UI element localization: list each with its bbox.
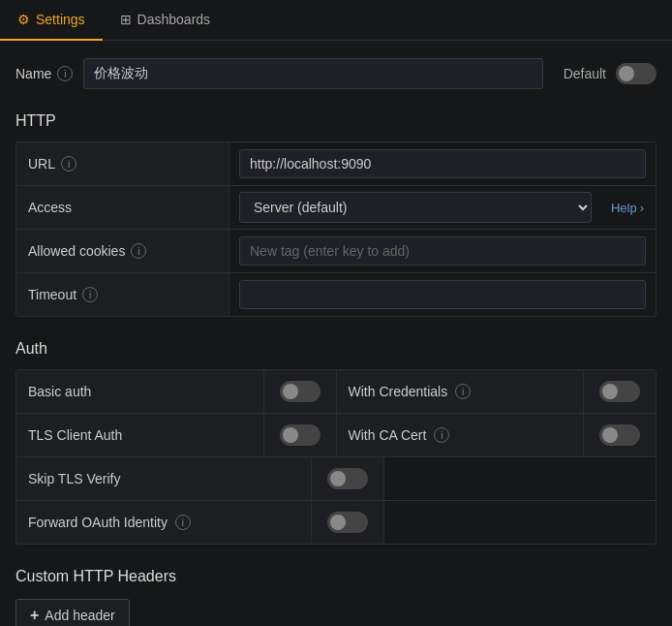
auth-grid: Basic auth With Credentials i	[15, 369, 657, 545]
tab-dashboards-label: Dashboards	[137, 12, 211, 27]
plus-icon: +	[30, 607, 39, 624]
name-info-icon[interactable]: i	[57, 66, 73, 81]
tls-client-auth-toggle-cell	[264, 414, 337, 456]
name-label-text: Name	[15, 66, 51, 81]
url-row: URL i	[16, 142, 656, 186]
tab-settings[interactable]: ⚙ Settings	[0, 0, 103, 41]
access-row: Access Server (default) Browser Help ›	[16, 186, 656, 230]
access-label: Access	[16, 186, 229, 229]
forward-oauth-info-icon[interactable]: i	[175, 515, 191, 530]
timeout-input[interactable]	[239, 280, 646, 309]
with-credentials-toggle-cell	[584, 370, 656, 413]
forward-oauth-toggle[interactable]	[327, 512, 368, 533]
skip-tls-label: Skip TLS Verify	[16, 457, 312, 500]
with-ca-cert-toggle[interactable]	[599, 424, 640, 446]
auth-row-4: Forward OAuth Identity i	[16, 501, 656, 544]
custom-headers-title: Custom HTTP Headers	[15, 568, 657, 585]
basic-auth-toggle-cell	[264, 370, 337, 413]
settings-icon: ⚙	[17, 12, 30, 27]
timeout-label: Timeout i	[16, 273, 229, 316]
tabs-bar: ⚙ Settings ⊞ Dashboards	[0, 0, 672, 41]
main-content: Name i Default HTTP URL i Access	[0, 41, 672, 626]
timeout-field	[229, 274, 656, 315]
help-chevron-icon: ›	[640, 201, 644, 215]
timeout-info-icon[interactable]: i	[82, 287, 98, 302]
tls-client-auth-label: TLS Client Auth	[16, 414, 264, 456]
name-label: Name i	[15, 66, 74, 81]
with-ca-cert-label: With CA Cert i	[337, 414, 585, 456]
auth-row-2: TLS Client Auth With CA Cert i	[16, 414, 656, 457]
access-select[interactable]: Server (default) Browser	[239, 192, 592, 223]
url-label: URL i	[16, 142, 229, 185]
default-toggle-thumb	[619, 66, 634, 81]
default-label: Default	[553, 66, 606, 81]
auth-row-1: Basic auth With Credentials i	[16, 370, 656, 414]
with-ca-cert-toggle-cell	[584, 414, 656, 456]
with-credentials-label: With Credentials i	[337, 370, 585, 413]
basic-auth-toggle[interactable]	[280, 381, 321, 402]
dashboards-icon: ⊞	[120, 12, 132, 27]
auth-section-title: Auth	[15, 340, 657, 358]
help-link[interactable]: Help ›	[599, 201, 656, 215]
skip-tls-toggle-cell	[312, 457, 384, 500]
url-field	[229, 143, 656, 184]
timeout-row: Timeout i	[16, 273, 656, 316]
url-info-icon[interactable]: i	[61, 156, 76, 172]
http-section-title: HTTP	[15, 112, 657, 130]
with-credentials-info-icon[interactable]: i	[455, 384, 471, 399]
skip-tls-toggle[interactable]	[327, 468, 368, 489]
http-form-section: URL i Access Server (default) Browser	[15, 141, 657, 317]
name-row: Name i Default	[15, 58, 657, 89]
tls-client-auth-toggle[interactable]	[280, 424, 321, 446]
default-toggle[interactable]	[616, 63, 657, 84]
with-credentials-toggle[interactable]	[599, 381, 640, 402]
name-input[interactable]	[83, 58, 543, 89]
allowed-cookies-label: Allowed cookies i	[16, 230, 229, 272]
forward-oauth-toggle-cell	[312, 501, 384, 544]
access-select-wrap: Server (default) Browser	[239, 192, 592, 223]
allowed-cookies-info-icon[interactable]: i	[131, 243, 146, 259]
tab-dashboards[interactable]: ⊞ Dashboards	[103, 0, 229, 41]
with-ca-cert-info-icon[interactable]: i	[434, 427, 449, 443]
auth-row-3: Skip TLS Verify	[16, 457, 656, 501]
forward-oauth-label: Forward OAuth Identity i	[16, 501, 312, 544]
add-header-label: Add header	[45, 608, 114, 623]
allowed-cookies-input[interactable]	[239, 236, 646, 266]
access-field: Server (default) Browser Help ›	[229, 186, 656, 229]
basic-auth-label: Basic auth	[16, 370, 264, 413]
allowed-cookies-field	[229, 231, 656, 271]
tab-settings-label: Settings	[36, 12, 85, 27]
allowed-cookies-row: Allowed cookies i	[16, 230, 656, 273]
url-input[interactable]	[239, 149, 646, 178]
add-header-button[interactable]: + Add header	[15, 599, 130, 626]
